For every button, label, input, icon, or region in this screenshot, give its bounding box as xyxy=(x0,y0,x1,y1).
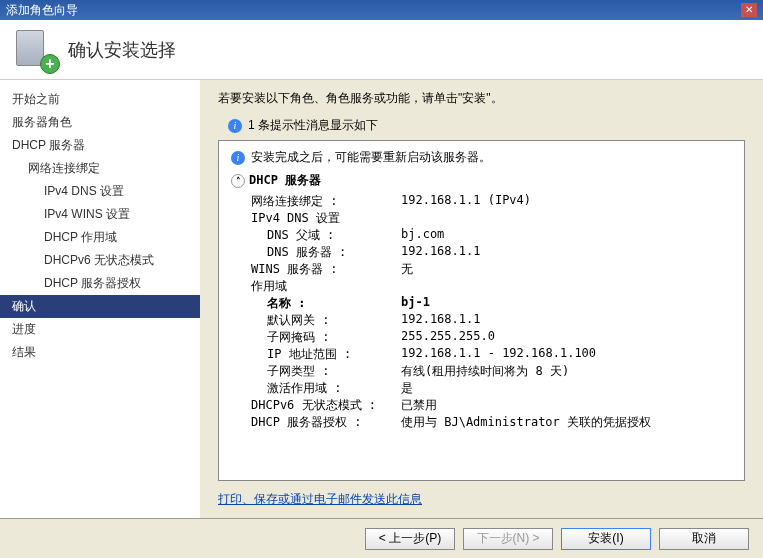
wizard-steps-sidebar: 开始之前服务器角色DHCP 服务器网络连接绑定IPv4 DNS 设置IPv4 W… xyxy=(0,80,200,518)
sidebar-item[interactable]: DHCP 服务器 xyxy=(0,134,200,157)
cancel-button[interactable]: 取消 xyxy=(659,528,749,550)
detail-key: 子网掩码 : xyxy=(231,329,401,346)
sidebar-item[interactable]: DHCP 服务器授权 xyxy=(0,272,200,295)
restart-warning: i 安装完成之后，可能需要重新启动该服务器。 xyxy=(231,149,732,166)
detail-key: 名称 : xyxy=(231,295,401,312)
detail-key: 作用域 xyxy=(231,278,401,295)
sidebar-item[interactable]: DHCP 作用域 xyxy=(0,226,200,249)
detail-key: IP 地址范围 : xyxy=(231,346,401,363)
detail-value: 使用与 BJ\Administrator 关联的凭据授权 xyxy=(401,414,651,431)
detail-value: 是 xyxy=(401,380,413,397)
previous-button[interactable]: < 上一步(P) xyxy=(365,528,455,550)
sidebar-item[interactable]: 服务器角色 xyxy=(0,111,200,134)
detail-key: 激活作用域 : xyxy=(231,380,401,397)
sidebar-item[interactable]: 开始之前 xyxy=(0,88,200,111)
sidebar-item[interactable]: IPv4 DNS 设置 xyxy=(0,180,200,203)
detail-row: IPv4 DNS 设置 xyxy=(231,210,732,227)
detail-key: IPv4 DNS 设置 xyxy=(231,210,401,227)
section-header: ˄ DHCP 服务器 xyxy=(231,172,732,189)
detail-key: 子网类型 : xyxy=(231,363,401,380)
info-message-text: 1 条提示性消息显示如下 xyxy=(248,117,378,134)
detail-value: bj.com xyxy=(401,227,444,244)
detail-row: IP 地址范围 :192.168.1.1 - 192.168.1.100 xyxy=(231,346,732,363)
sidebar-item[interactable]: IPv4 WINS 设置 xyxy=(0,203,200,226)
detail-row: 默认网关 :192.168.1.1 xyxy=(231,312,732,329)
main-panel: 若要安装以下角色、角色服务或功能，请单击"安装"。 i 1 条提示性消息显示如下… xyxy=(200,80,763,518)
detail-key: DNS 服务器 : xyxy=(231,244,401,261)
detail-row: 子网掩码 :255.255.255.0 xyxy=(231,329,732,346)
intro-text: 若要安装以下角色、角色服务或功能，请单击"安装"。 xyxy=(218,90,745,107)
detail-row: 子网类型 :有线(租用持续时间将为 8 天) xyxy=(231,363,732,380)
content-area: 开始之前服务器角色DHCP 服务器网络连接绑定IPv4 DNS 设置IPv4 W… xyxy=(0,80,763,518)
detail-key: WINS 服务器 : xyxy=(231,261,401,278)
detail-row: WINS 服务器 :无 xyxy=(231,261,732,278)
next-button: 下一步(N) > xyxy=(463,528,553,550)
titlebar: 添加角色向导 ✕ xyxy=(0,0,763,20)
info-icon: i xyxy=(228,119,242,133)
detail-key: DHCP 服务器授权 : xyxy=(231,414,401,431)
detail-row: 作用域 xyxy=(231,278,732,295)
detail-key: 默认网关 : xyxy=(231,312,401,329)
wizard-footer: < 上一步(P) 下一步(N) > 安装(I) 取消 xyxy=(0,518,763,558)
sidebar-item[interactable]: 进度 xyxy=(0,318,200,341)
detail-key: 网络连接绑定 : xyxy=(231,193,401,210)
detail-row: DHCP 服务器授权 :使用与 BJ\Administrator 关联的凭据授权 xyxy=(231,414,732,431)
window-title: 添加角色向导 xyxy=(6,0,78,20)
close-icon[interactable]: ✕ xyxy=(741,3,757,17)
section-title: DHCP 服务器 xyxy=(249,172,321,189)
detail-key: DNS 父域 : xyxy=(231,227,401,244)
detail-value: 已禁用 xyxy=(401,397,437,414)
detail-value: 192.168.1.1 (IPv4) xyxy=(401,193,531,210)
detail-value: 有线(租用持续时间将为 8 天) xyxy=(401,363,569,380)
detail-value: 192.168.1.1 xyxy=(401,312,480,329)
restart-warning-text: 安装完成之后，可能需要重新启动该服务器。 xyxy=(251,149,491,166)
detail-row: DNS 服务器 :192.168.1.1 xyxy=(231,244,732,261)
detail-row: 网络连接绑定 :192.168.1.1 (IPv4) xyxy=(231,193,732,210)
wizard-header: + 确认安装选择 xyxy=(0,20,763,80)
detail-value: bj-1 xyxy=(401,295,430,312)
sidebar-item[interactable]: DHCPv6 无状态模式 xyxy=(0,249,200,272)
server-plus-icon: + xyxy=(16,30,56,70)
info-icon: i xyxy=(231,151,245,165)
sidebar-item[interactable]: 网络连接绑定 xyxy=(0,157,200,180)
detail-value: 无 xyxy=(401,261,413,278)
detail-row: DNS 父域 :bj.com xyxy=(231,227,732,244)
detail-value: 192.168.1.1 - 192.168.1.100 xyxy=(401,346,596,363)
install-button[interactable]: 安装(I) xyxy=(561,528,651,550)
sidebar-item[interactable]: 确认 xyxy=(0,295,200,318)
detail-key: DHCPv6 无状态模式 : xyxy=(231,397,401,414)
detail-row: 名称 :bj-1 xyxy=(231,295,732,312)
page-title: 确认安装选择 xyxy=(68,38,176,62)
sidebar-item[interactable]: 结果 xyxy=(0,341,200,364)
chevron-up-icon[interactable]: ˄ xyxy=(231,174,245,188)
info-message-row: i 1 条提示性消息显示如下 xyxy=(218,117,745,134)
detail-row: 激活作用域 :是 xyxy=(231,380,732,397)
detail-value: 255.255.255.0 xyxy=(401,329,495,346)
detail-row: DHCPv6 无状态模式 :已禁用 xyxy=(231,397,732,414)
details-box: i 安装完成之后，可能需要重新启动该服务器。 ˄ DHCP 服务器 网络连接绑定… xyxy=(218,140,745,481)
print-save-email-link[interactable]: 打印、保存或通过电子邮件发送此信息 xyxy=(218,491,745,508)
detail-value: 192.168.1.1 xyxy=(401,244,480,261)
